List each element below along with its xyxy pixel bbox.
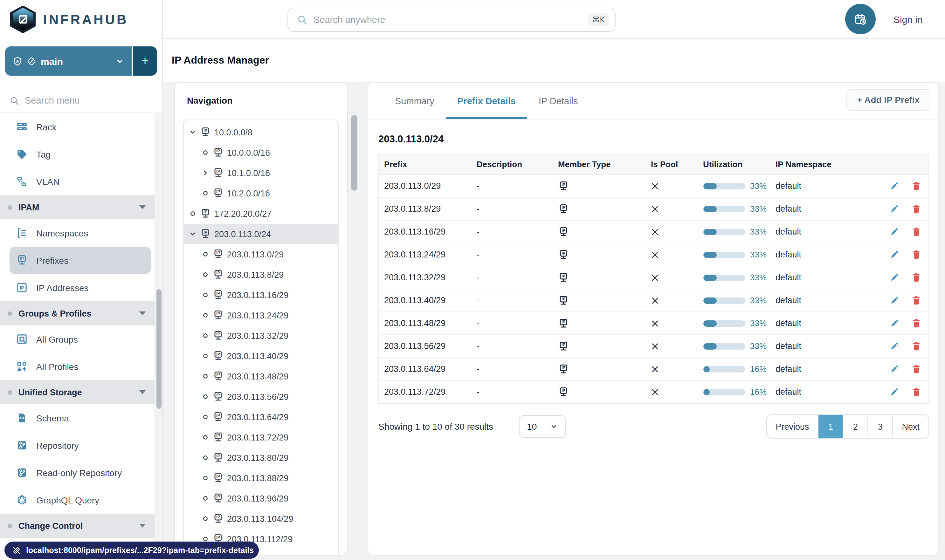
- circle-icon: [200, 150, 211, 155]
- global-search[interactable]: ⌘K: [287, 8, 615, 32]
- sidebar-item-label: Tag: [36, 149, 51, 159]
- delete-row-button[interactable]: [912, 318, 921, 328]
- tree-item[interactable]: IP 203.0.113.16/29: [188, 285, 338, 305]
- tree-item[interactable]: IP 10.0.0.0/8: [188, 122, 338, 142]
- sidebar-section-change-control[interactable]: Change Control: [0, 514, 154, 538]
- delete-row-button[interactable]: [912, 181, 921, 191]
- delete-row-button[interactable]: [912, 295, 921, 305]
- sidebar-item-tag[interactable]: Tag: [0, 140, 154, 168]
- branch-dropdown[interactable]: main: [5, 46, 133, 75]
- menu-search[interactable]: [0, 89, 162, 112]
- page-button-1[interactable]: 1: [818, 415, 843, 438]
- sidebar-item-schema[interactable]: <> Schema: [0, 404, 154, 432]
- create-branch-button[interactable]: +: [133, 46, 157, 75]
- delete-row-button[interactable]: [912, 273, 921, 282]
- delete-row-button[interactable]: [912, 387, 921, 397]
- tree-item[interactable]: IP 203.0.113.0/24: [183, 224, 339, 244]
- tree-item[interactable]: IP 203.0.113.24/29: [188, 305, 338, 325]
- page-size-select[interactable]: 10: [519, 415, 566, 438]
- cell-prefix: 203.0.113.64/29: [379, 358, 472, 380]
- previous-page-button[interactable]: Previous: [767, 415, 818, 438]
- sidebar-item-vlan[interactable]: VLAN: [0, 168, 154, 195]
- sidebar-section-label: IPAM: [18, 202, 133, 212]
- sidebar-item-repository[interactable]: Repository: [0, 432, 154, 459]
- page-button-2[interactable]: 2: [843, 415, 868, 438]
- triangle-down-icon: [139, 205, 146, 209]
- sidebar-section-groups-profiles[interactable]: Groups & Profiles: [0, 301, 154, 325]
- edit-row-button[interactable]: [890, 204, 899, 214]
- sidebar-item-read-only-repository[interactable]: Read-only Repository: [0, 459, 154, 486]
- page-button-3[interactable]: 3: [868, 415, 892, 438]
- circle-icon: [200, 414, 211, 420]
- cell-is-pool: [646, 266, 698, 289]
- sidebar-item-graphql-query[interactable]: GraphQL Query: [0, 486, 154, 514]
- tree-item[interactable]: IP 203.0.113.64/29: [188, 407, 338, 427]
- cell-prefix: 203.0.113.48/29: [379, 312, 472, 335]
- tree-item[interactable]: IP 10.2.0.0/16: [188, 183, 338, 203]
- tree-item[interactable]: IP 172.20.20.0/27: [188, 203, 338, 224]
- sidebar-item-prefixes[interactable]: IP Prefixes: [9, 247, 151, 274]
- sidebar-section-unified-storage[interactable]: Unified Storage: [0, 380, 154, 404]
- logo[interactable]: INFRAHUB: [0, 0, 162, 39]
- utilization: 33%: [703, 227, 771, 237]
- edit-row-button[interactable]: [890, 318, 899, 328]
- tree-item[interactable]: IP 203.0.113.72/29: [188, 427, 338, 448]
- tab-prefix-details[interactable]: Prefix Details: [446, 83, 527, 119]
- tree-item[interactable]: IP 203.0.113.40/29: [188, 346, 338, 366]
- delete-row-button[interactable]: [912, 227, 921, 237]
- sidebar-item-all-groups[interactable]: All Groups: [0, 325, 154, 353]
- next-page-button[interactable]: Next: [892, 415, 928, 438]
- tree-item[interactable]: IP 203.0.113.88/29: [188, 468, 338, 488]
- circle-icon: [188, 211, 198, 216]
- tree-item[interactable]: IP 203.0.113.104/29: [188, 509, 338, 529]
- edit-row-button[interactable]: [890, 227, 899, 237]
- tree-item[interactable]: IP 203.0.113.0/29: [188, 244, 338, 265]
- sidebar-item-ip-addresses[interactable]: IP IP Addresses: [0, 274, 154, 301]
- utilization-bar: [703, 251, 745, 258]
- tree-item[interactable]: IP 203.0.113.56/29: [188, 386, 338, 407]
- sidebar-item-label: Rack: [36, 122, 57, 132]
- utilization-value: 33%: [750, 342, 767, 351]
- prefix-member-icon: IP: [558, 249, 646, 260]
- svg-text:IP: IP: [216, 413, 220, 418]
- sidebar-section-ipam[interactable]: IPAM: [0, 195, 154, 219]
- x-mark-icon: [651, 319, 658, 327]
- tree-item[interactable]: IP 203.0.113.32/29: [188, 325, 338, 346]
- sign-in-button[interactable]: Sign in: [894, 0, 923, 39]
- tab-ip-details[interactable]: IP Details: [527, 83, 589, 119]
- menu-search-input[interactable]: [25, 95, 133, 106]
- add-ip-prefix-button[interactable]: + Add IP Prefix: [846, 89, 930, 111]
- utilization-bar: [703, 343, 745, 349]
- tree-item[interactable]: IP 10.0.0.0/16: [188, 142, 338, 163]
- status-bar: localhost:8000/ipam/prefixes/...2F29?ipa…: [5, 542, 259, 559]
- edit-row-button[interactable]: [890, 364, 899, 374]
- sidebar-scrollbar[interactable]: [154, 113, 162, 560]
- global-search-input[interactable]: [313, 15, 582, 25]
- edit-row-button[interactable]: [890, 387, 899, 397]
- table-row: 203.0.113.32/29 - IP 33% default: [379, 266, 929, 289]
- sidebar-item-all-profiles[interactable]: All Profiles: [0, 353, 154, 380]
- delete-row-button[interactable]: [912, 204, 921, 214]
- edit-row-button[interactable]: [890, 295, 899, 305]
- tree-item[interactable]: IP 203.0.113.48/29: [188, 366, 338, 386]
- prefix-member-icon: IP: [558, 295, 646, 305]
- tree-item[interactable]: IP 203.0.113.8/29: [188, 265, 338, 285]
- tab-summary[interactable]: Summary: [384, 83, 446, 119]
- sidebar-item-rack[interactable]: Rack: [0, 113, 154, 140]
- delete-row-button[interactable]: [912, 364, 921, 374]
- edit-row-button[interactable]: [890, 181, 899, 191]
- x-mark-icon: [651, 365, 658, 373]
- tree-scrollbar[interactable]: [351, 82, 358, 555]
- tree-item[interactable]: IP 203.0.113.80/29: [188, 448, 338, 468]
- edit-row-button[interactable]: [890, 342, 899, 351]
- sidebar-item-namespaces[interactable]: Namespaces: [0, 219, 154, 247]
- tree-item[interactable]: IP 10.1.0.0/16: [188, 163, 338, 183]
- tree-item[interactable]: IP 203.0.113.96/29: [188, 488, 338, 509]
- time-travel-button[interactable]: [845, 4, 876, 34]
- delete-row-button[interactable]: [912, 342, 921, 351]
- delete-row-button[interactable]: [912, 250, 921, 259]
- svg-text:IP: IP: [216, 372, 220, 377]
- edit-row-button[interactable]: [890, 273, 899, 282]
- trash-icon: [912, 318, 921, 328]
- edit-row-button[interactable]: [890, 250, 899, 259]
